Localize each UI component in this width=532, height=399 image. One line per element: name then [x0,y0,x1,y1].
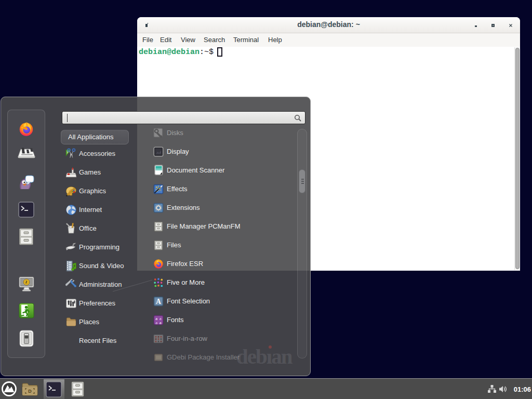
svg-text:a: a [159,320,162,325]
svg-text:D: D [28,389,32,394]
svg-text:a: a [155,320,157,325]
svg-text:A: A [156,298,161,305]
